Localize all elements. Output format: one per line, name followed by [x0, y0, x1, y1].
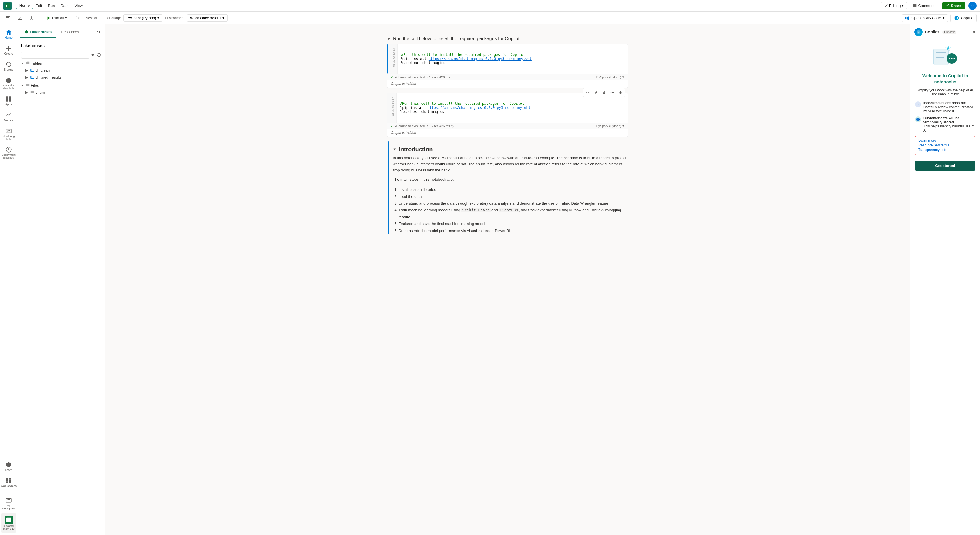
sidebar-content: Lakehouses ▾ Tables ▶ df_clean: [18, 39, 105, 535]
nav-home[interactable]: Home: [16, 2, 33, 9]
svg-rect-34: [603, 92, 605, 94]
environment-dropdown[interactable]: Workspace default ▾: [187, 14, 228, 22]
stop-session-label: Stop session: [78, 16, 98, 20]
nav-item-workspaces-label: Workspaces: [1, 484, 17, 487]
tree-churn-group: ▶ churn: [20, 89, 102, 96]
svg-text:F: F: [6, 4, 8, 8]
intro-steps-list: Install custom libraries Load the data U…: [393, 186, 628, 234]
svg-point-45: [953, 58, 955, 59]
nav-item-browse[interactable]: Browse: [1, 59, 16, 74]
cell2-status-check: ✓: [391, 124, 393, 128]
folder-churn-icon: [30, 90, 34, 94]
cell2-more-btn[interactable]: •••: [609, 89, 616, 96]
cell2-code-lines: #Run this cell to install the required p…: [396, 93, 628, 122]
user-avatar[interactable]: U: [968, 2, 977, 10]
toolbar-format-btn[interactable]: [3, 14, 13, 22]
svg-rect-23: [9, 478, 11, 480]
cell2-delete-btn[interactable]: [617, 89, 624, 96]
sidebar-tab-resources[interactable]: Resources: [56, 27, 84, 38]
top-navbar: F Home Edit Run Data View Editing ▾ Comm…: [0, 0, 980, 12]
copilot-welcome-title: Welcome to Copilot in notebooks: [915, 73, 975, 85]
sidebar-search-row: [20, 50, 102, 60]
cell2-lock-btn[interactable]: [601, 89, 608, 96]
svg-point-3: [948, 4, 950, 5]
copilot-close-button[interactable]: ✕: [972, 29, 976, 35]
cell1-code-lines: #Run this cell to install the required p…: [398, 44, 628, 74]
intro-step-1: Install custom libraries: [399, 186, 628, 193]
cell1-section-header: ▼ Run the cell below to install the requ…: [387, 32, 628, 44]
copilot-link-learn-more[interactable]: Learn more: [918, 138, 972, 143]
svg-rect-25: [9, 480, 11, 483]
sync-icon[interactable]: [96, 53, 101, 57]
cell2-status: -Command executed in 15 sec 426 ms by: [395, 124, 454, 128]
sidebar-search-input[interactable]: [21, 51, 89, 59]
cell1-lang-chevron: ▾: [622, 75, 624, 79]
nav-item-deployment[interactable]: Deployment pipelines: [1, 144, 16, 162]
churn-chevron: ▶: [24, 90, 29, 95]
sidebar-tab-lakehouses[interactable]: Lakehouses: [20, 27, 56, 38]
df-pred-chevron: ▶: [24, 75, 29, 79]
tables-label: Tables: [31, 61, 42, 65]
cell-block-2: ••• 12345 #Run this cell to install the …: [387, 92, 628, 137]
toolbar-settings-btn[interactable]: [27, 14, 36, 22]
stop-session-checkbox[interactable]: [73, 16, 77, 20]
svg-rect-7: [6, 16, 10, 17]
tree-tables[interactable]: ▾ Tables: [20, 60, 102, 67]
cell1-line3: %pip install https://aka.ms/chat-magics-…: [401, 57, 624, 61]
nav-item-apps[interactable]: Apps: [1, 94, 16, 108]
intro-collapse-btn[interactable]: ▼: [393, 147, 396, 152]
svg-rect-9: [6, 19, 10, 19]
editing-chevron: ▾: [902, 3, 904, 8]
nav-item-onelake[interactable]: OneLake data hub: [1, 75, 16, 92]
svg-rect-19: [9, 99, 11, 102]
svg-point-43: [948, 58, 950, 59]
sidebar-tab-resources-label: Resources: [61, 30, 79, 34]
nav-item-metrics[interactable]: Metrics: [1, 110, 16, 124]
nav-run[interactable]: Run: [45, 2, 58, 9]
run-all-chevron: ▾: [65, 16, 67, 20]
tree-files[interactable]: ▾ Files: [20, 82, 102, 89]
intro-header: ▼ Introduction: [393, 141, 628, 155]
folder-files-icon: [25, 83, 30, 87]
tree-df-clean-group: ▶ df_clean: [20, 67, 102, 74]
nav-edit[interactable]: Edit: [33, 2, 45, 9]
run-all-button[interactable]: Run all ▾: [43, 14, 70, 21]
cell2-code-btn[interactable]: [584, 89, 591, 96]
share-button[interactable]: Share: [942, 2, 966, 9]
toolbar-sep2: [102, 14, 102, 22]
copilot-toolbar-button[interactable]: Copilot: [950, 14, 977, 22]
nav-view[interactable]: View: [72, 2, 86, 9]
comments-button[interactable]: Comments: [910, 2, 939, 9]
cell-block-1: 12345 #Run this cell to install the requ…: [387, 44, 628, 88]
language-dropdown[interactable]: PySpark (Python) ▾: [123, 14, 163, 22]
nav-item-learn-label: Learn: [5, 468, 13, 471]
toolbar-sep1: [40, 14, 40, 22]
folder-tables-icon: [25, 61, 30, 65]
get-started-button[interactable]: Get started: [915, 161, 975, 171]
nav-data[interactable]: Data: [58, 2, 71, 9]
tree-df-clean[interactable]: ▶ df_clean: [24, 67, 102, 74]
cell2-edit-btn[interactable]: [592, 89, 600, 96]
nav-item-create[interactable]: Create: [1, 43, 16, 58]
nav-item-learn[interactable]: Learn: [1, 459, 16, 474]
tree-df-pred[interactable]: ▶ df_pred_results: [24, 74, 102, 81]
tree-churn[interactable]: ▶ churn: [24, 89, 102, 96]
notebook-area: ▼ Run the cell below to install the requ…: [382, 24, 633, 241]
copilot-link-transparency[interactable]: Transparency note: [918, 148, 972, 152]
language-value: PySpark (Python): [127, 16, 156, 20]
sidebar-header: Lakehouses Resources: [18, 24, 105, 39]
topbar-actions: Editing ▾ Comments Share U: [881, 2, 977, 10]
toolbar-download-btn[interactable]: [15, 14, 24, 22]
open-vs-code-button[interactable]: Open in VS Code ▾: [902, 14, 948, 22]
nav-item-monitoring[interactable]: Monitoring hub: [1, 125, 16, 143]
cell1-collapse-btn[interactable]: ▼: [387, 37, 391, 41]
sidebar-collapse-button[interactable]: [95, 28, 102, 36]
nav-item-my-workspace[interactable]: My workspace: [1, 495, 16, 512]
cell2-line3: %pip install https://aka.ms/chat-magics-…: [400, 106, 624, 110]
nav-item-customer-churn[interactable]: Customer churn-513: [1, 513, 16, 533]
nav-item-home[interactable]: Home: [1, 27, 16, 41]
nav-item-workspaces[interactable]: Workspaces: [1, 475, 16, 490]
editing-button[interactable]: Editing ▾: [881, 2, 907, 9]
pin-icon[interactable]: [91, 53, 95, 57]
copilot-link-preview-terms[interactable]: Read preview terms: [918, 143, 972, 147]
